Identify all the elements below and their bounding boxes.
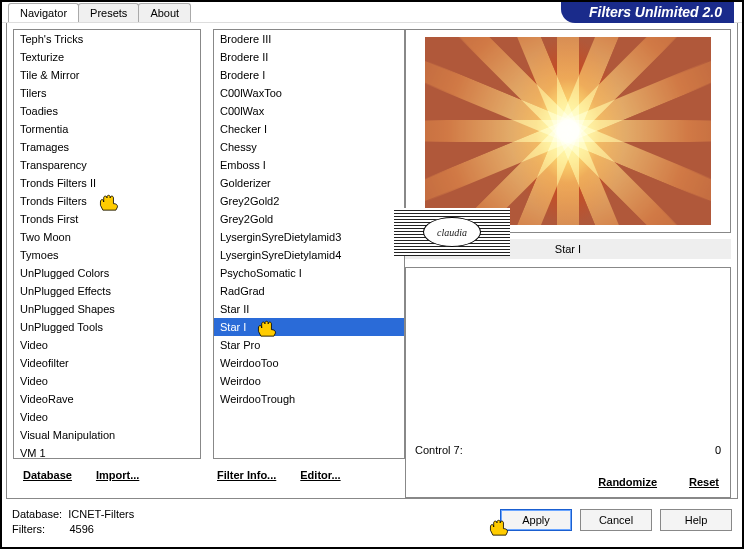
list-item[interactable]: Grey2Gold2 bbox=[214, 192, 404, 210]
list-item[interactable]: Checker I bbox=[214, 120, 404, 138]
list-item[interactable]: Brodere II bbox=[214, 48, 404, 66]
tabs: Navigator Presets About bbox=[8, 3, 190, 22]
list-item[interactable]: Texturize bbox=[14, 48, 200, 66]
list-item[interactable]: Video bbox=[14, 408, 200, 426]
list-item[interactable]: UnPlugged Colors bbox=[14, 264, 200, 282]
list-item[interactable]: Golderizer bbox=[214, 174, 404, 192]
list-item[interactable]: Toadies bbox=[14, 102, 200, 120]
tab-about[interactable]: About bbox=[138, 3, 191, 22]
watermark: claudia bbox=[394, 208, 510, 256]
list-item[interactable]: Star II bbox=[214, 300, 404, 318]
footer-info: Database: ICNET-Filters Filters: 4596 bbox=[12, 507, 134, 537]
preview-image bbox=[425, 37, 711, 225]
control-value: 0 bbox=[715, 444, 721, 456]
control-label: Control 7: bbox=[415, 444, 463, 456]
list-item[interactable]: Tilers bbox=[14, 84, 200, 102]
list-item[interactable]: Teph's Tricks bbox=[14, 30, 200, 48]
list-item[interactable]: UnPlugged Tools bbox=[14, 318, 200, 336]
right-pane: Star I Control 7: 0 Randomize Reset bbox=[405, 29, 731, 498]
list-item[interactable]: Videofilter bbox=[14, 354, 200, 372]
list-item[interactable]: WeirdooToo bbox=[214, 354, 404, 372]
control-row: Control 7: 0 bbox=[411, 442, 725, 458]
list-item[interactable]: Chessy bbox=[214, 138, 404, 156]
list-item[interactable]: Video bbox=[14, 372, 200, 390]
import-button[interactable]: Import... bbox=[90, 465, 145, 485]
filter-list[interactable]: Brodere IIIBrodere IIBrodere IC00lWaxToo… bbox=[213, 29, 405, 459]
list-item[interactable]: Tormentia bbox=[14, 120, 200, 138]
list-item[interactable]: Emboss I bbox=[214, 156, 404, 174]
list-item[interactable]: VideoRave bbox=[14, 390, 200, 408]
filters-value: 4596 bbox=[69, 523, 93, 535]
list-item[interactable]: Tronds Filters bbox=[14, 192, 200, 210]
list-item[interactable]: LyserginSyreDietylamid3 bbox=[214, 228, 404, 246]
list-item[interactable]: Visual Manipulation bbox=[14, 426, 200, 444]
list-item[interactable]: RadGrad bbox=[214, 282, 404, 300]
controls-area bbox=[405, 267, 731, 498]
tab-navigator[interactable]: Navigator bbox=[8, 3, 79, 22]
list-item[interactable]: VM 1 bbox=[14, 444, 200, 459]
list-item[interactable]: Grey2Gold bbox=[214, 210, 404, 228]
db-label: Database: bbox=[12, 508, 62, 520]
list-item[interactable]: Star Pro bbox=[214, 336, 404, 354]
list-item[interactable]: Transparency bbox=[14, 156, 200, 174]
list-item[interactable]: LyserginSyreDietylamid4 bbox=[214, 246, 404, 264]
list-item[interactable]: Brodere III bbox=[214, 30, 404, 48]
list-item[interactable]: UnPlugged Shapes bbox=[14, 300, 200, 318]
list-item[interactable]: Brodere I bbox=[214, 66, 404, 84]
title-bar: Navigator Presets About Filters Unlimite… bbox=[2, 2, 742, 23]
apply-button[interactable]: Apply bbox=[500, 509, 572, 531]
tab-presets[interactable]: Presets bbox=[78, 3, 139, 22]
reset-button[interactable]: Reset bbox=[683, 472, 725, 492]
list-item[interactable]: Tymoes bbox=[14, 246, 200, 264]
filters-label: Filters: bbox=[12, 523, 45, 535]
list-item[interactable]: Tronds First bbox=[14, 210, 200, 228]
list-item[interactable]: PsychoSomatic I bbox=[214, 264, 404, 282]
footer: Database: ICNET-Filters Filters: 4596 Ap… bbox=[8, 501, 736, 543]
database-button[interactable]: Database bbox=[17, 465, 78, 485]
list-item[interactable]: Tramages bbox=[14, 138, 200, 156]
cancel-button[interactable]: Cancel bbox=[580, 509, 652, 531]
list-item[interactable]: Tile & Mirror bbox=[14, 66, 200, 84]
help-button[interactable]: Help bbox=[660, 509, 732, 531]
db-value: ICNET-Filters bbox=[68, 508, 134, 520]
list-item[interactable]: UnPlugged Effects bbox=[14, 282, 200, 300]
app-title: Filters Unlimited 2.0 bbox=[561, 2, 734, 23]
filter-info-button[interactable]: Filter Info... bbox=[211, 465, 282, 485]
list-item[interactable]: C00lWax bbox=[214, 102, 404, 120]
category-list[interactable]: Teph's TricksTexturizeTile & MirrorTiler… bbox=[13, 29, 201, 459]
randomize-button[interactable]: Randomize bbox=[592, 472, 663, 492]
list-item[interactable]: Star I bbox=[214, 318, 404, 336]
main-content: Teph's TricksTexturizeTile & MirrorTiler… bbox=[6, 23, 738, 499]
preview-frame bbox=[405, 29, 731, 233]
list-item[interactable]: Video bbox=[14, 336, 200, 354]
list-item[interactable]: WeirdooTrough bbox=[214, 390, 404, 408]
list-item[interactable]: Two Moon bbox=[14, 228, 200, 246]
list-item[interactable]: Weirdoo bbox=[214, 372, 404, 390]
editor-button[interactable]: Editor... bbox=[294, 465, 346, 485]
list-item[interactable]: C00lWaxToo bbox=[214, 84, 404, 102]
list-item[interactable]: Tronds Filters II bbox=[14, 174, 200, 192]
